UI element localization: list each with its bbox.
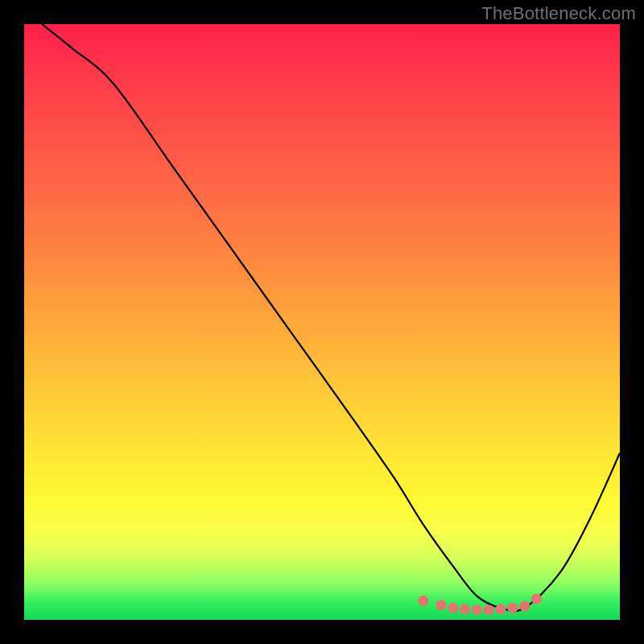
optimal-marker xyxy=(507,603,518,613)
optimal-marker xyxy=(472,605,482,615)
optimal-range-markers xyxy=(418,594,542,615)
optimal-marker xyxy=(418,596,428,606)
plot-area xyxy=(24,24,620,620)
bottleneck-curve-path xyxy=(42,24,620,611)
optimal-marker xyxy=(496,604,506,614)
optimal-marker xyxy=(519,601,530,611)
optimal-marker xyxy=(531,594,542,605)
watermark-text: TheBottleneck.com xyxy=(481,3,636,24)
curve-layer xyxy=(24,24,620,620)
optimal-marker xyxy=(436,600,447,610)
optimal-marker xyxy=(484,605,494,615)
optimal-marker xyxy=(460,604,470,614)
optimal-marker xyxy=(448,603,458,613)
chart-frame: TheBottleneck.com xyxy=(0,0,644,644)
